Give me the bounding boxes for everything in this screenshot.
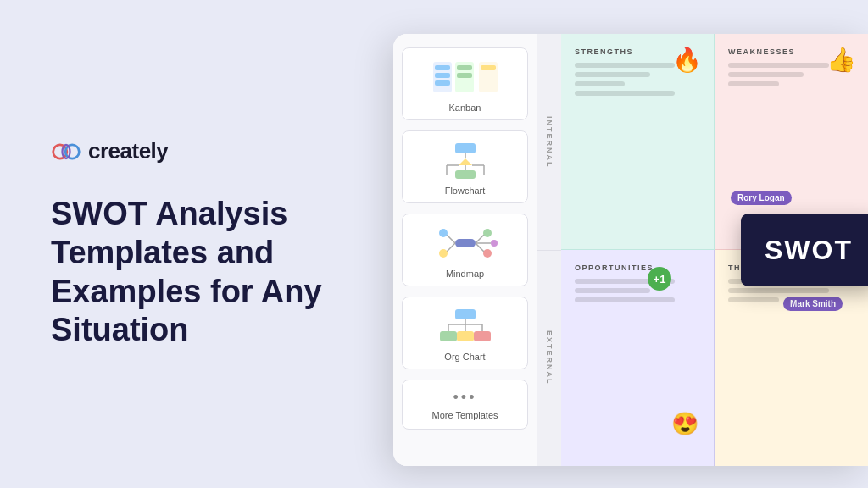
kanban-thumb [409,55,520,99]
svg-line-28 [476,243,484,252]
svg-rect-5 [435,73,450,78]
mindmap-label: Mindmap [409,269,520,279]
template-sidebar: Kanban Flowchart [393,34,537,466]
line [728,297,779,302]
svg-rect-12 [455,143,476,153]
mindmap-thumb [409,221,520,265]
flowchart-label: Flowchart [409,186,520,196]
line [575,72,650,77]
right-panel: Kanban Flowchart [393,34,868,466]
svg-rect-8 [457,65,472,70]
svg-rect-16 [455,170,476,179]
plus-badge: +1 [648,267,671,291]
svg-line-26 [476,235,484,243]
kanban-label: Kanban [409,103,520,113]
line [728,81,779,86]
svg-marker-14 [459,158,472,165]
orgchart-thumb [409,304,520,348]
svg-rect-39 [457,331,474,341]
svg-rect-6 [435,80,450,86]
svg-point-29 [483,249,492,258]
svg-point-31 [491,240,498,247]
svg-rect-32 [455,309,476,319]
internal-label: INTERNAL [537,34,561,251]
template-item-orgchart[interactable]: Org Chart [402,297,528,369]
logo: creately [51,138,407,164]
line [575,81,625,86]
line [575,297,675,302]
creately-logo-icon [51,142,81,161]
template-item-kanban[interactable]: Kanban [402,47,528,120]
swot-overlay: SWOT [741,214,868,286]
opportunities-emoji: 😍 [671,411,698,437]
svg-rect-4 [435,65,450,70]
user-tag-rory: Rory Logan [731,191,792,205]
more-templates-label: More Templates [409,410,520,420]
user-tag-mark: Mark Smith [783,297,843,311]
svg-point-23 [439,229,448,237]
external-label: EXTERNAL [537,251,561,467]
section-labels: INTERNAL EXTERNAL [537,34,561,466]
left-panel: creately SWOT Analysis Templates and Exa… [51,0,407,488]
svg-rect-11 [481,65,496,70]
template-item-mindmap[interactable]: Mindmap [402,214,528,286]
logo-text: creately [88,138,168,164]
orgchart-label: Org Chart [409,352,520,362]
svg-line-22 [447,235,455,243]
more-dots: ••• [409,389,520,407]
opportunities-lines [575,279,700,302]
line [575,91,675,96]
strengths-emoji: 🔥 [672,46,702,74]
svg-rect-9 [457,73,472,78]
template-item-flowchart[interactable]: Flowchart [402,130,528,203]
line [575,288,650,293]
svg-point-25 [439,249,448,258]
swot-area: Rory Logan Mark Smith STRENGTHS 🔥 WEAKNE… [561,34,868,466]
more-templates-item[interactable]: ••• More Templates [402,380,528,430]
svg-rect-40 [474,331,491,341]
line [728,288,829,293]
flowchart-thumb [409,138,520,182]
svg-rect-38 [440,331,457,341]
swot-cell-strengths[interactable]: STRENGTHS 🔥 [561,34,715,250]
line [575,63,675,68]
line [728,72,804,77]
opportunities-title: OPPORTUNITIES [575,263,700,272]
svg-line-24 [447,243,455,252]
line [728,63,829,68]
svg-rect-21 [455,239,476,247]
svg-point-27 [483,229,492,237]
swot-cell-opportunities[interactable]: OPPORTUNITIES +1 😍 [561,250,715,466]
page-headline: SWOT Analysis Templates and Examples for… [51,195,373,349]
weaknesses-emoji: 👍 [826,46,856,74]
